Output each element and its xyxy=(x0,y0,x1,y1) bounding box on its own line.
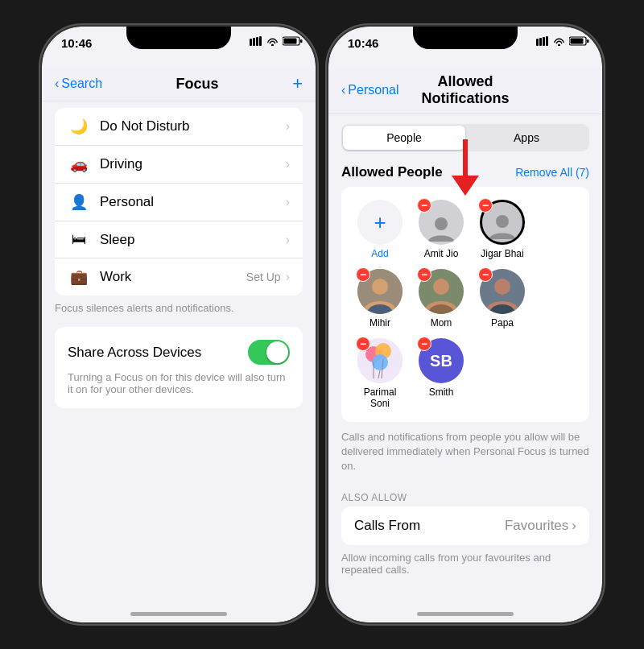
toggle-row: Share Across Devices xyxy=(68,340,290,365)
nav-bar-1: ‹ Search Focus + xyxy=(42,67,316,101)
focus-item-sleep[interactable]: 🛏 Sleep › xyxy=(55,221,303,258)
phone-1: 10:46 ‹ Search Focus + xyxy=(42,27,316,622)
remove-badge-smith: − xyxy=(417,337,431,351)
remove-badge-papa: − xyxy=(478,267,493,282)
person-papa[interactable]: − Papa xyxy=(477,269,528,329)
chevron-right-icon-5: › xyxy=(286,270,290,284)
mihir-name: Mihir xyxy=(369,317,390,329)
phone-1-screen: 10:46 ‹ Search Focus + xyxy=(42,27,316,622)
svg-point-25 xyxy=(494,279,510,295)
share-label: Share Across Devices xyxy=(68,345,201,361)
calls-from-label: Calls From xyxy=(354,518,420,534)
back-label-2: Personal xyxy=(348,83,398,97)
tab-apps[interactable]: Apps xyxy=(465,126,588,150)
focus-item-driving[interactable]: 🚗 Driving › xyxy=(55,146,303,184)
chevron-right-icon: › xyxy=(286,119,290,134)
focus-label-personal: Personal xyxy=(100,194,286,210)
svg-point-21 xyxy=(372,279,388,295)
back-button-1[interactable]: ‹ Search xyxy=(55,76,102,91)
allowed-note: Calls and notifications from people you … xyxy=(341,430,589,474)
phone-1-content: ‹ Search Focus + 🌙 Do Not Disturb › 🚗 Dr… xyxy=(42,27,316,622)
chevron-left-icon-2: ‹ xyxy=(341,83,345,97)
focus-label-work: Work xyxy=(100,269,246,285)
page-title-2: Allowed Notifications xyxy=(406,73,525,107)
chevron-right-icon-2: › xyxy=(286,157,290,172)
svg-point-29 xyxy=(372,354,388,370)
parimal-wrapper: − xyxy=(357,338,402,383)
person-smith[interactable]: − SB Smith xyxy=(415,338,467,409)
person-add[interactable]: + Add xyxy=(354,200,406,259)
svg-rect-3 xyxy=(259,36,262,46)
svg-rect-11 xyxy=(546,36,548,46)
focus-item-personal[interactable]: 👤 Personal › xyxy=(55,184,303,221)
bed-icon: 🛏 xyxy=(68,231,90,248)
svg-point-12 xyxy=(558,44,560,47)
page-title-1: Focus xyxy=(176,76,219,93)
mom-wrapper: − xyxy=(419,269,464,314)
chevron-right-icon-3: › xyxy=(286,195,290,209)
mom-name: Mom xyxy=(431,317,452,329)
moon-icon: 🌙 xyxy=(68,118,90,135)
svg-rect-2 xyxy=(256,37,258,46)
remove-badge-parimal: − xyxy=(356,337,370,351)
car-icon: 🚗 xyxy=(68,155,90,173)
remove-all-button[interactable]: Remove All (7) xyxy=(515,166,589,179)
tab-people[interactable]: People xyxy=(343,126,465,150)
person-parimal-soni[interactable]: − xyxy=(354,338,406,409)
segment-control: People Apps xyxy=(341,124,589,151)
chevron-left-icon-1: ‹ xyxy=(55,76,59,91)
jigar-bhai-name: Jigar Bhai xyxy=(481,248,523,259)
focus-item-work[interactable]: 💼 Work Set Up › xyxy=(55,258,303,296)
home-indicator-2 xyxy=(417,612,514,616)
svg-point-23 xyxy=(433,279,449,295)
people-grid: + Add − Amit Jio xyxy=(341,187,589,422)
notch-2 xyxy=(413,27,518,49)
person-mihir[interactable]: − xyxy=(354,269,406,329)
jigar-bhai-wrapper: − xyxy=(480,200,525,245)
focus-item-do-not-disturb[interactable]: 🌙 Do Not Disturb › xyxy=(55,108,303,146)
person-amit-jio[interactable]: − Amit Jio xyxy=(415,200,467,259)
remove-badge-mihir: − xyxy=(356,267,370,282)
calls-from-value: Favourites › xyxy=(505,518,576,534)
svg-point-19 xyxy=(496,215,509,228)
add-button-1[interactable]: + xyxy=(292,73,303,94)
person-mom[interactable]: − Mom xyxy=(415,269,467,329)
svg-rect-9 xyxy=(539,38,542,46)
nav-bar-2: ‹ Personal Allowed Notifications xyxy=(328,67,602,114)
remove-badge-amit: − xyxy=(417,198,431,213)
amit-jio-name: Amit Jio xyxy=(424,248,459,259)
phone-2: 10:46 ‹ Personal Allowed Notifications xyxy=(328,27,602,622)
home-indicator-1 xyxy=(130,612,227,616)
focus-label-driving: Driving xyxy=(100,156,286,172)
svg-rect-6 xyxy=(284,39,297,44)
svg-rect-7 xyxy=(300,39,303,43)
back-button-2[interactable]: ‹ Personal xyxy=(341,83,406,97)
share-toggle[interactable] xyxy=(248,340,290,365)
phone-2-content: ‹ Personal Allowed Notifications People … xyxy=(328,27,602,622)
back-label-1: Search xyxy=(61,76,102,91)
plus-icon: + xyxy=(374,210,386,235)
svg-point-18 xyxy=(435,217,448,230)
focus-subtext: Focus silences alerts and notifications. xyxy=(55,302,303,314)
status-icons-1 xyxy=(250,36,303,46)
person-icon: 👤 xyxy=(68,193,90,211)
smith-wrapper: − SB xyxy=(419,338,464,383)
parimal-name: Parimal Soni xyxy=(354,387,406,409)
calls-from-card[interactable]: Calls From Favourites › xyxy=(341,506,589,545)
amit-jio-wrapper: − xyxy=(419,200,464,245)
allowed-people-title: Allowed People xyxy=(341,164,443,180)
notch-1 xyxy=(126,27,231,49)
svg-rect-8 xyxy=(536,39,539,46)
focus-label-dnd: Do Not Disturb xyxy=(100,118,286,134)
person-jigar-bhai[interactable]: − Jigar Bhai xyxy=(477,200,528,259)
svg-rect-0 xyxy=(250,39,252,46)
svg-rect-1 xyxy=(253,38,255,46)
focus-list: 🌙 Do Not Disturb › 🚗 Driving › 👤 Persona… xyxy=(55,108,303,296)
remove-badge-mom: − xyxy=(417,267,431,282)
add-label: Add xyxy=(371,248,388,259)
svg-rect-14 xyxy=(571,39,584,44)
papa-wrapper: − xyxy=(480,269,525,314)
focus-label-sleep: Sleep xyxy=(100,232,286,248)
phone-2-screen: 10:46 ‹ Personal Allowed Notifications xyxy=(328,27,602,622)
chevron-right-icon-calls: › xyxy=(572,518,576,534)
